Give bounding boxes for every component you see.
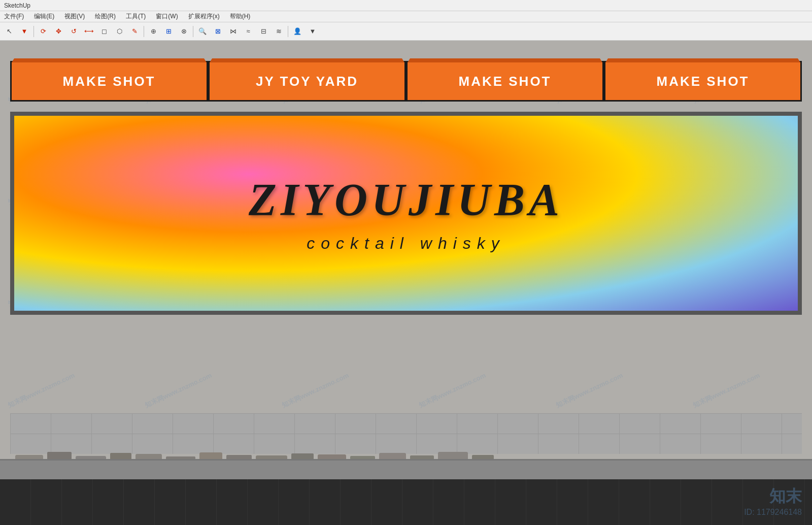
pushpull-tool[interactable]: ⊕ [146, 24, 160, 39]
sign-panel-3: MAKE SHOT [406, 61, 604, 102]
select-arrow[interactable]: ▼ [17, 24, 31, 39]
menu-edit[interactable]: 编辑(E) [32, 11, 56, 22]
menu-window[interactable]: 窗口(W) [154, 11, 180, 22]
model-info[interactable]: 👤 [290, 24, 304, 39]
sign-bar: MAKE SHOT JY TOY YARD MAKE SHOT MAKE SHO… [10, 61, 802, 102]
xray-mode[interactable]: ≋ [272, 24, 286, 39]
separator-4 [288, 26, 288, 37]
sign-text-2: JY TOY YARD [256, 74, 358, 89]
floor [0, 479, 812, 525]
stage-platform [0, 459, 812, 479]
sign-panel-1: MAKE SHOT [10, 61, 208, 102]
led-display: ZIYOUJIUBA cocktail whisky [14, 116, 798, 311]
sign-text-4: MAKE SHOT [657, 74, 750, 89]
sign-panel-4: MAKE SHOT [604, 61, 802, 102]
sign-text-3: MAKE SHOT [459, 74, 552, 89]
sign-text-1: MAKE SHOT [63, 74, 156, 89]
paint-tool[interactable]: ✎ [127, 24, 142, 39]
display-mode[interactable]: ⊟ [256, 24, 270, 39]
separator-1 [33, 26, 34, 37]
eraser-tool[interactable]: ⬡ [112, 24, 126, 39]
section-plane[interactable]: ⋈ [226, 24, 240, 39]
menu-draw[interactable]: 绘图(R) [93, 11, 118, 22]
flip-tool[interactable]: ⟷ [82, 24, 96, 39]
menu-file[interactable]: 文件(F) [2, 11, 26, 22]
orbit-tool[interactable]: ⟳ [36, 24, 50, 39]
zoom-extents[interactable]: ⊠ [211, 24, 225, 39]
title-text: SketchUp [4, 2, 30, 9]
led-screen: ZIYOUJIUBA cocktail whisky [10, 112, 802, 315]
select-tool[interactable]: ↖ [2, 24, 16, 39]
sign-panel-2: JY TOY YARD [208, 61, 406, 102]
zoom-tool[interactable]: 🔍 [195, 24, 210, 39]
follow-tool[interactable]: ⊞ [161, 24, 176, 39]
separator-2 [144, 26, 144, 37]
title-bar: SketchUp [0, 0, 812, 11]
model-info-arrow[interactable]: ▼ [306, 24, 320, 39]
menu-view[interactable]: 视图(V) [62, 11, 87, 22]
bar-subtitle-text: cocktail whisky [307, 234, 505, 253]
platform [0, 413, 812, 525]
scale-tool[interactable]: ◻ [97, 24, 111, 39]
bar-name-text: ZIYOUJIUBA [249, 174, 563, 226]
section-fill[interactable]: ≈ [241, 24, 255, 39]
toolbar: ↖ ▼ ⟳ ✥ ↺ ⟷ ◻ ⬡ ✎ ⊕ ⊞ ⊗ 🔍 ⊠ ⋈ ≈ ⊟ ≋ 👤 ▼ [0, 22, 812, 41]
separator-3 [193, 26, 193, 37]
canvas-area: 知末网www.znzmo.com 知末网www.znzmo.com 知末网www… [0, 41, 812, 525]
rotate-tool[interactable]: ↺ [66, 24, 81, 39]
pan-tool[interactable]: ✥ [51, 24, 65, 39]
menu-extensions[interactable]: 扩展程序(x) [186, 11, 222, 22]
menu-bar: 文件(F) 编辑(E) 视图(V) 绘图(R) 工具(T) 窗口(W) 扩展程序… [0, 11, 812, 22]
menu-tools[interactable]: 工具(T) [124, 11, 148, 22]
menu-help[interactable]: 帮助(H) [228, 11, 253, 22]
offset-tool[interactable]: ⊗ [177, 24, 191, 39]
